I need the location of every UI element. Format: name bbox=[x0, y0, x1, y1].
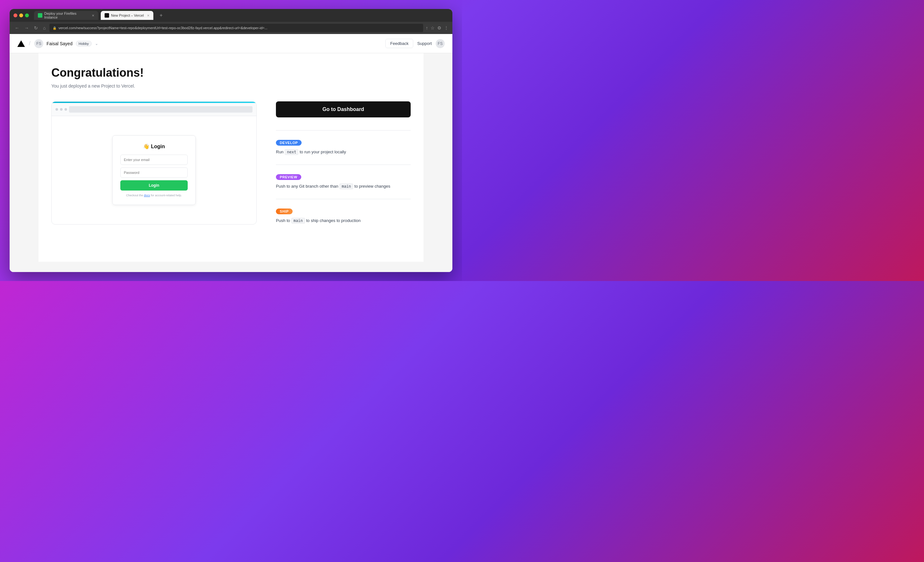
tab-close-1[interactable]: ✕ bbox=[92, 14, 94, 17]
close-traffic-light[interactable] bbox=[14, 13, 17, 17]
main-content: Congratulations! You just deployed a new… bbox=[39, 53, 423, 262]
preview-address-bar bbox=[69, 106, 252, 112]
address-text: vercel.com/new/success?projectName=test-… bbox=[58, 26, 420, 30]
new-tab-button[interactable]: + bbox=[157, 12, 165, 19]
tab-new-project[interactable]: New Project – Vercel ✕ bbox=[101, 11, 153, 20]
step-divider-1 bbox=[276, 165, 411, 165]
plan-badge: Hobby bbox=[76, 41, 92, 46]
step-ship: SHIP Push to main to ship changes to pro… bbox=[276, 208, 411, 224]
main-code-preview: main bbox=[339, 183, 353, 189]
support-link[interactable]: Support bbox=[417, 41, 432, 46]
next-code: next bbox=[285, 149, 298, 155]
steps-section: DEVELOP Run next to run your project loc… bbox=[276, 130, 411, 224]
back-button[interactable]: ← bbox=[14, 25, 21, 31]
login-button[interactable]: Login bbox=[120, 180, 188, 190]
avatar: FS bbox=[34, 39, 44, 48]
login-card: 👋 Login Login Checkout the docs for acco… bbox=[112, 135, 196, 205]
tab-label: Deploy your Firefiles Instance bbox=[44, 12, 88, 19]
forward-button[interactable]: → bbox=[23, 25, 30, 31]
address-bar[interactable]: 🔒 vercel.com/new/success?projectName=tes… bbox=[50, 24, 423, 32]
vercel-nav: / FS Faisal Sayed Hobby ⌄ Feedback Suppo… bbox=[10, 34, 452, 53]
tab-icon-green bbox=[38, 13, 42, 18]
nav-right: Feedback Support FS bbox=[386, 39, 445, 48]
home-button[interactable]: ⌂ bbox=[42, 25, 47, 31]
preview-badge: PREVIEW bbox=[276, 174, 301, 180]
password-field[interactable] bbox=[120, 168, 188, 178]
reload-button[interactable]: ↻ bbox=[33, 25, 39, 31]
lock-icon: 🔒 bbox=[52, 26, 57, 30]
step-divider-2 bbox=[276, 199, 411, 199]
chevron-down-icon[interactable]: ⌄ bbox=[95, 41, 98, 46]
preview-body: 👋 Login Login Checkout the docs for acco… bbox=[52, 116, 256, 224]
login-footer: Checkout the docs for account-related he… bbox=[120, 194, 188, 197]
menu-icon[interactable]: ⋮ bbox=[444, 25, 448, 30]
develop-text: Run next to run your project locally bbox=[276, 149, 411, 156]
vercel-logo-icon bbox=[17, 40, 25, 48]
login-card-title: 👋 Login bbox=[120, 143, 188, 150]
preview-dot-2 bbox=[60, 108, 63, 111]
tab-deploy-firefiles[interactable]: Deploy your Firefiles Instance ✕ bbox=[34, 11, 98, 20]
page-subtitle: You just deployed a new Project to Verce… bbox=[51, 83, 411, 88]
extensions-icon[interactable]: ⚙ bbox=[437, 25, 441, 30]
email-field[interactable] bbox=[120, 154, 188, 165]
preview-browser-chrome bbox=[52, 103, 256, 116]
go-to-dashboard-button[interactable]: Go to Dashboard bbox=[276, 101, 411, 117]
content-grid: 👋 Login Login Checkout the docs for acco… bbox=[51, 101, 411, 225]
nav-divider: / bbox=[29, 40, 30, 47]
step-develop: DEVELOP Run next to run your project loc… bbox=[276, 139, 411, 156]
right-panel: Go to Dashboard DEVELOP Run next to run … bbox=[276, 101, 411, 224]
title-bar: Deploy your Firefiles Instance ✕ New Pro… bbox=[10, 9, 452, 22]
preview-dot-3 bbox=[64, 108, 67, 111]
page-title: Congratulations! bbox=[51, 66, 411, 79]
tab-close-2[interactable]: ✕ bbox=[147, 14, 150, 17]
ship-text: Push to main to ship changes to producti… bbox=[276, 217, 411, 224]
ship-badge: SHIP bbox=[276, 208, 292, 214]
preview-dot-1 bbox=[56, 108, 58, 111]
preview-text: Push to any Git branch other than main t… bbox=[276, 183, 411, 190]
user-avatar[interactable]: FS bbox=[436, 39, 445, 48]
preview-card: 👋 Login Login Checkout the docs for acco… bbox=[51, 101, 256, 225]
develop-badge: DEVELOP bbox=[276, 140, 302, 145]
share-icon[interactable]: ↑ bbox=[426, 25, 428, 30]
user-name: Faisal Sayed bbox=[46, 41, 72, 46]
step-preview: PREVIEW Push to any Git branch other tha… bbox=[276, 174, 411, 190]
bookmark-icon[interactable]: ☆ bbox=[430, 25, 435, 30]
fullscreen-traffic-light[interactable] bbox=[25, 13, 29, 17]
address-bar-row: ← → ↻ ⌂ 🔒 vercel.com/new/success?project… bbox=[10, 22, 452, 34]
tab-label-active: New Project – Vercel bbox=[111, 13, 144, 17]
browser-window: Deploy your Firefiles Instance ✕ New Pro… bbox=[10, 9, 452, 272]
toolbar-icons: ↑ ☆ ⚙ ⋮ bbox=[426, 25, 448, 30]
browser-chrome: Deploy your Firefiles Instance ✕ New Pro… bbox=[10, 9, 452, 34]
minimize-traffic-light[interactable] bbox=[19, 13, 23, 17]
page-content: / FS Faisal Sayed Hobby ⌄ Feedback Suppo… bbox=[10, 34, 452, 272]
tab-icon-black bbox=[105, 13, 109, 18]
feedback-button[interactable]: Feedback bbox=[386, 39, 413, 48]
main-code-ship: main bbox=[291, 218, 305, 223]
traffic-lights bbox=[14, 13, 29, 17]
nav-left: / FS Faisal Sayed Hobby ⌄ bbox=[17, 39, 98, 48]
